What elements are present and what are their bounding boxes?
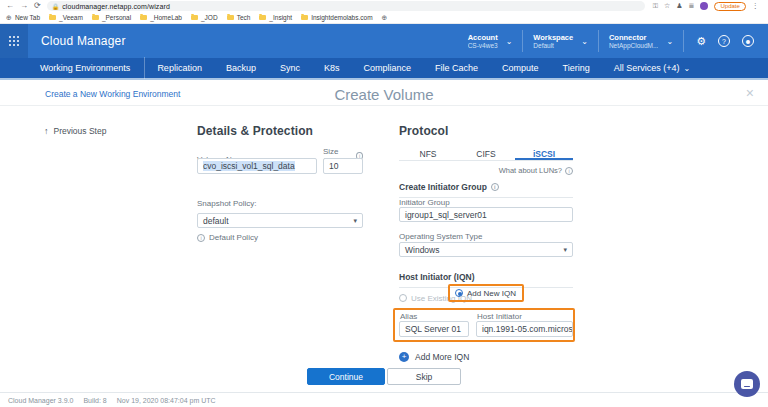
add-more-iqn-button[interactable]: + Add More IQN [399, 352, 469, 362]
nav-replication[interactable]: Replication [145, 57, 214, 79]
grid-icon [9, 36, 20, 47]
bookmark-folder-insightdemolabs[interactable]: Insightdemolabs.com [301, 14, 372, 21]
nav-sync[interactable]: Sync [268, 57, 312, 79]
lock-icon: 🔒 [52, 3, 60, 10]
bookmark-globe-icon[interactable]: ⊕ [382, 14, 388, 22]
info-icon: i [565, 167, 573, 175]
account-label: Account [468, 33, 498, 42]
size-value: 10 [329, 161, 338, 171]
nav-working-environments[interactable]: Working Environments [0, 57, 145, 79]
reading-list-icon[interactable]: ≣ [689, 1, 695, 11]
nav-k8s[interactable]: K8s [312, 57, 352, 79]
bookmark-folder-personal[interactable]: _Personal [92, 14, 131, 21]
user-icon[interactable]: ☻ [742, 35, 754, 47]
browser-action-icons: ⚿ ☆ ♟ ≣ Update ⋮ [653, 1, 759, 11]
browser-refresh-icon[interactable]: ⟳ [34, 0, 41, 12]
previous-step-link[interactable]: ↑Previous Step [44, 126, 106, 136]
continue-button[interactable]: Continue [307, 368, 385, 385]
nav-all-services[interactable]: All Services (+4)⌄ [602, 57, 702, 79]
address-bar[interactable]: 🔒 cloudmanager.netapp.com/wizard [47, 1, 645, 11]
tab-iscsi[interactable]: iSCSI [515, 146, 573, 160]
size-input[interactable]: 10 [323, 158, 363, 174]
page-title: Create Volume [0, 86, 768, 103]
chevron-down-icon: ▾ [563, 246, 567, 254]
os-type-label: Operating System Type [399, 232, 482, 241]
workspace-menu[interactable]: Workspace Default ⌄ [522, 30, 598, 52]
footer-timestamp: Nov 19, 2020 08:47:04 pm UTC [117, 397, 216, 404]
extension-icon[interactable]: ♟ [676, 1, 682, 11]
protocol-section: Protocol NFS CIFS iSCSI What about LUNs?… [399, 124, 573, 138]
info-icon[interactable]: i [197, 234, 205, 242]
alias-input[interactable]: SQL Server 01 [399, 321, 469, 337]
nav-tiering[interactable]: Tiering [551, 57, 602, 79]
browser-chrome: ← → ⟳ 🔒 cloudmanager.netapp.com/wizard ⚿… [0, 0, 768, 24]
iqn-radio-group: Use Existing IQN Add New IQN [399, 288, 573, 302]
bookmarks-bar: ⊕New Tab _Veeam _Personal _HomeLab _JOD … [0, 12, 768, 24]
settings-gear-icon[interactable]: ⚙ [696, 35, 706, 47]
bookmark-folder-veeam[interactable]: _Veeam [49, 14, 83, 21]
update-button[interactable]: Update [714, 2, 745, 11]
connector-value: NetAppCloudM... [609, 42, 659, 50]
what-about-luns-link[interactable]: What about LUNs? i [499, 166, 573, 175]
create-initiator-group-tab[interactable]: Create Initiator Group i [399, 182, 573, 198]
close-icon[interactable]: × [746, 85, 754, 101]
skip-button[interactable]: Skip [387, 368, 461, 385]
volume-name-group: Volume Name: Size (GB): i cvo_iscsi_vol1… [197, 148, 363, 166]
wizard-content: ↑Previous Step Details & Protection Volu… [0, 106, 768, 392]
volume-name-value: cvo_iscsi_vol1_sql_data [203, 161, 295, 171]
bookmark-folder-jod[interactable]: _JOD [191, 14, 218, 21]
app-title: Cloud Manager [41, 34, 126, 48]
volume-name-input[interactable]: cvo_iscsi_vol1_sql_data [197, 158, 317, 174]
profile-avatar[interactable] [700, 2, 708, 10]
footer-build: Build: 8 [83, 397, 106, 404]
nav-backup[interactable]: Backup [214, 57, 268, 79]
default-policy-label: Default Policy [209, 233, 258, 242]
tab-nfs[interactable]: NFS [399, 146, 457, 160]
app-grid-button[interactable] [0, 24, 28, 58]
workspace-label: Workspace [533, 33, 573, 42]
browser-back-icon[interactable]: ← [6, 0, 14, 12]
chevron-down-icon: ⌄ [581, 37, 588, 46]
snapshot-policy-group: Snapshot Policy: default ▾ i Default Pol… [197, 192, 363, 242]
chevron-down-icon: ⌄ [506, 37, 513, 46]
account-menu[interactable]: Account CS-v4we3 ⌄ [458, 30, 523, 52]
tab-cifs[interactable]: CIFS [457, 146, 515, 160]
host-initiator-value: iqn.1991-05.com.micros [482, 324, 573, 334]
folder-icon [227, 15, 234, 20]
plus-icon: + [399, 352, 409, 362]
folder-icon [191, 15, 198, 20]
nav-file-cache[interactable]: File Cache [423, 57, 490, 79]
bookmark-folder-tech[interactable]: Tech [227, 14, 251, 21]
chevron-down-icon: ▾ [353, 217, 357, 225]
connector-menu[interactable]: Connector NetAppCloudM... ⌄ [598, 30, 683, 52]
add-new-iqn-highlight: Add New IQN [448, 284, 524, 302]
footer: Cloud Manager 3.9.0 Build: 8 Nov 19, 202… [0, 392, 768, 407]
bookmark-new-tab[interactable]: ⊕New Tab [6, 14, 40, 22]
wizard-header: Create a New Working Environment Create … [0, 82, 768, 106]
help-icon[interactable]: ? [718, 35, 730, 47]
folder-icon [49, 15, 56, 20]
nav-compute[interactable]: Compute [490, 57, 551, 79]
browser-menu-icon[interactable]: ⋮ [752, 2, 759, 10]
app-header: Cloud Manager Account CS-v4we3 ⌄ Workspa… [0, 24, 768, 58]
connector-label: Connector [609, 33, 659, 42]
os-type-select[interactable]: Windows ▾ [399, 242, 573, 257]
url-text[interactable]: cloudmanager.netapp.com/wizard [62, 3, 170, 10]
radio-selected-icon [455, 289, 463, 297]
bookmark-folder-homelab[interactable]: _HomeLab [140, 14, 182, 21]
initiator-group-input[interactable]: igroup1_sql_server01 [399, 207, 573, 222]
chat-launcher-button[interactable] [734, 371, 760, 397]
chat-icon [741, 379, 753, 389]
nav-compliance[interactable]: Compliance [351, 57, 423, 79]
snapshot-policy-select[interactable]: default ▾ [197, 213, 363, 228]
main-nav: Working Environments Replication Backup … [0, 58, 768, 80]
browser-forward-icon[interactable]: → [20, 0, 28, 12]
radio-add-new-iqn[interactable]: Add New IQN [455, 289, 516, 298]
host-initiator-input[interactable]: iqn.1991-05.com.micros › [476, 321, 573, 337]
page: ← → ⟳ 🔒 cloudmanager.netapp.com/wizard ⚿… [0, 0, 768, 407]
info-icon[interactable]: i [491, 183, 499, 191]
key-icon[interactable]: ⚿ [653, 1, 658, 11]
bookmark-folder-insight[interactable]: _Insight [259, 14, 292, 21]
radio-new-label: Add New IQN [467, 289, 516, 298]
star-icon[interactable]: ☆ [664, 1, 670, 11]
